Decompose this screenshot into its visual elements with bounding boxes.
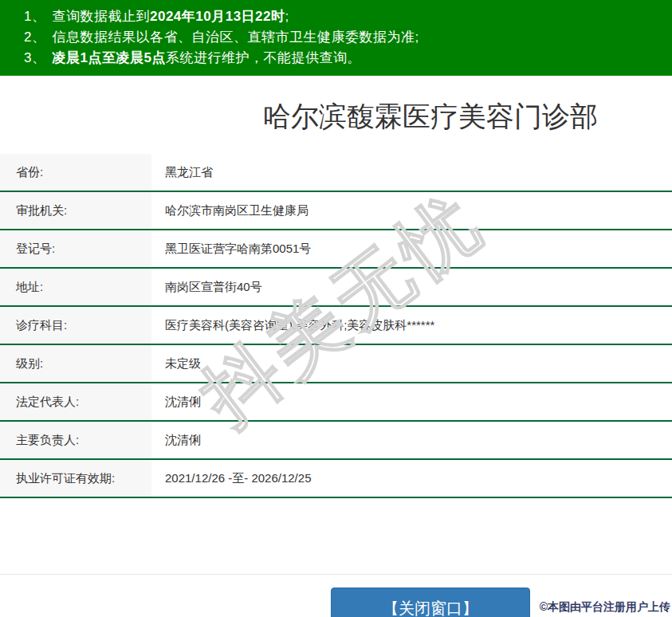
notice-line-2: 2、信息数据结果以各省、自治区、直辖市卫生健康委数据为准; [24, 27, 672, 48]
notice-text: ; [285, 9, 289, 24]
table-row-medical-subjects: 诊疗科目: 医疗美容科(美容咨询室);美容外科;美容皮肤科****** [0, 307, 672, 345]
table-row-approval-authority: 审批机关: 哈尔滨市南岗区卫生健康局 [0, 192, 672, 230]
row-label: 登记号: [0, 230, 151, 267]
notice-text: 系统进行维护，不能提供查询。 [166, 50, 361, 65]
row-label: 诊疗科目: [0, 307, 151, 344]
row-value: 黑卫医证营字哈南第0051号 [151, 230, 672, 267]
row-value: 医疗美容科(美容咨询室);美容外科;美容皮肤科****** [151, 307, 672, 344]
row-label: 省份: [0, 154, 151, 191]
notice-number: 2、 [24, 29, 45, 45]
row-value: 黑龙江省 [151, 154, 672, 191]
notice-text: 信息数据结果以各省、自治区、直辖市卫生健康委数据为准; [52, 29, 419, 45]
notice-number: 1、 [24, 9, 45, 24]
notice-line-3: 3、凌晨1点至凌晨5点系统进行维护，不能提供查询。 [24, 48, 672, 69]
row-value: 2021/12/26 -至- 2026/12/25 [151, 460, 672, 497]
notice-text-bold: 2024年10月13日22时 [150, 9, 285, 24]
row-value: 沈清俐 [151, 422, 672, 458]
notice-text: 查询数据截止到 [52, 9, 150, 24]
row-value: 沈清俐 [151, 383, 672, 420]
table-row-person-in-charge: 主要负责人: 沈清俐 [0, 422, 672, 460]
notice-number: 3、 [24, 50, 45, 65]
copyright-stamp: ©本图由平台注册用户上传 [540, 600, 670, 615]
row-value: 南岗区宣普街40号 [151, 269, 672, 305]
close-window-button[interactable]: 【关闭窗口】 [331, 588, 530, 617]
institution-info-table: 省份: 黑龙江省 审批机关: 哈尔滨市南岗区卫生健康局 登记号: 黑卫医证营字哈… [0, 154, 672, 498]
row-label: 法定代表人: [0, 383, 151, 420]
table-row-registration-number: 登记号: 黑卫医证营字哈南第0051号 [0, 230, 672, 269]
row-label: 地址: [0, 269, 151, 305]
table-row-level: 级别: 未定级 [0, 345, 672, 383]
row-label: 主要负责人: [0, 422, 151, 458]
row-value: 未定级 [151, 345, 672, 382]
notice-text-bold: 凌晨1点至凌晨5点 [52, 50, 165, 65]
page-title: 哈尔滨馥霖医疗美容门诊部 [0, 100, 672, 133]
table-row-address: 地址: 南岗区宣普街40号 [0, 269, 672, 307]
table-row-license-validity: 执业许可证有效期: 2021/12/26 -至- 2026/12/25 [0, 460, 672, 498]
row-label: 审批机关: [0, 192, 151, 229]
row-label: 级别: [0, 345, 151, 382]
notice-line-1: 1、查询数据截止到2024年10月13日22时; [24, 6, 672, 27]
page-container: 1、查询数据截止到2024年10月13日22时; 2、信息数据结果以各省、自治区… [0, 0, 672, 617]
table-row-legal-representative: 法定代表人: 沈清俐 [0, 383, 672, 422]
footer-divider [0, 574, 672, 575]
row-label: 执业许可证有效期: [0, 460, 151, 497]
notice-header: 1、查询数据截止到2024年10月13日22时; 2、信息数据结果以各省、自治区… [0, 0, 672, 76]
table-row-province: 省份: 黑龙江省 [0, 154, 672, 192]
row-value: 哈尔滨市南岗区卫生健康局 [151, 192, 672, 229]
